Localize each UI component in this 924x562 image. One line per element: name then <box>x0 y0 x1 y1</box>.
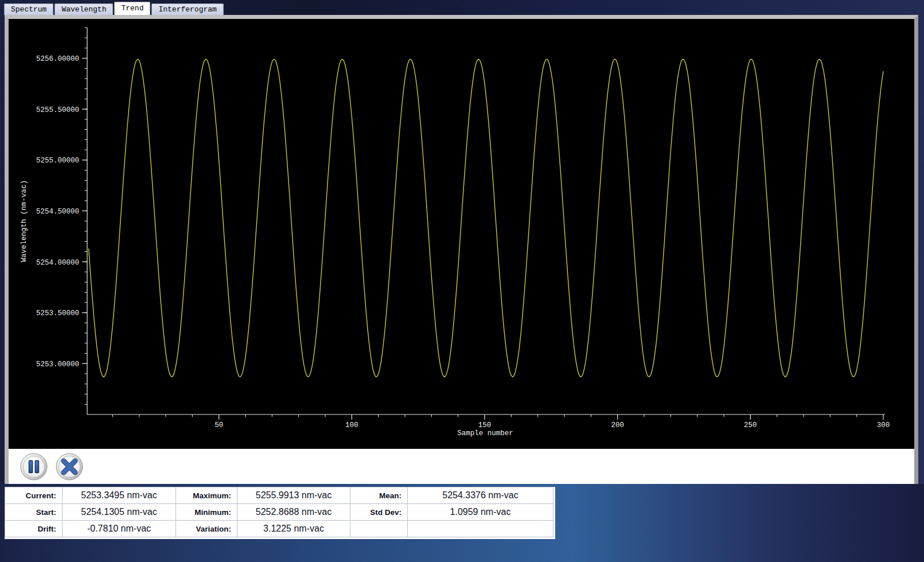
stat-label: Drift: <box>5 521 63 537</box>
svg-text:5256.00000: 5256.00000 <box>36 55 79 63</box>
stat-value: 5255.9913 nm-vac <box>237 487 350 504</box>
stat-value <box>408 521 553 537</box>
stat-label: Std Dev: <box>350 504 408 521</box>
svg-text:250: 250 <box>744 421 757 429</box>
svg-text:5253.50000: 5253.50000 <box>36 309 79 317</box>
close-button[interactable] <box>56 453 83 480</box>
stat-value: 1.0959 nm-vac <box>408 504 553 521</box>
stat-label: Current: <box>5 487 63 504</box>
svg-text:5255.00000: 5255.00000 <box>36 157 79 165</box>
svg-text:5254.50000: 5254.50000 <box>36 208 79 216</box>
stat-value: -0.7810 nm-vac <box>63 521 176 537</box>
tab-trend[interactable]: Trend <box>114 2 150 15</box>
wavelength-meter-app: { "tabs": [ { "label": "Spectrum", "acti… <box>0 0 924 562</box>
table-row: Start: 5254.1305 nm-vac Minimum: 5252.86… <box>5 504 553 521</box>
statistics-table: Current: 5253.3495 nm-vac Maximum: 5255.… <box>5 487 555 539</box>
stat-value: 5254.1305 nm-vac <box>63 504 176 521</box>
trend-chart: 5253.000005253.500005254.000005254.50000… <box>9 19 914 448</box>
svg-text:300: 300 <box>877 421 890 429</box>
svg-text:5254.00000: 5254.00000 <box>36 259 79 267</box>
stat-value: 5254.3376 nm-vac <box>408 487 553 504</box>
stat-value: 3.1225 nm-vac <box>237 521 350 537</box>
stat-label: Maximum: <box>176 487 237 504</box>
svg-text:5255.50000: 5255.50000 <box>36 106 79 114</box>
trend-chart-svg: 5253.000005253.500005254.000005254.50000… <box>9 19 914 448</box>
svg-text:150: 150 <box>478 421 492 429</box>
stat-label: Minimum: <box>176 504 237 521</box>
svg-text:Sample number: Sample number <box>457 429 513 437</box>
stat-label: Mean: <box>350 487 408 504</box>
tab-interferogram[interactable]: Interferogram <box>151 3 223 15</box>
table-row: Drift: -0.7810 nm-vac Variation: 3.1225 … <box>5 521 553 537</box>
svg-text:5253.00000: 5253.00000 <box>36 361 79 369</box>
tab-wavelength[interactable]: Wavelength <box>54 3 113 15</box>
svg-text:Wavelength (nm-vac): Wavelength (nm-vac) <box>20 180 28 262</box>
stat-label: Start: <box>5 504 63 521</box>
svg-text:50: 50 <box>215 421 223 429</box>
svg-text:200: 200 <box>611 421 624 429</box>
trend-plot-panel: 5253.000005253.500005254.000005254.50000… <box>5 15 918 484</box>
tab-spectrum[interactable]: Spectrum <box>4 3 53 15</box>
stat-value: 5252.8688 nm-vac <box>237 504 350 521</box>
view-tabs: Spectrum Wavelength Trend Interferogram <box>4 2 224 15</box>
pause-button[interactable] <box>20 453 48 480</box>
statistics-region: Current: 5253.3495 nm-vac Maximum: 5255.… <box>0 484 924 562</box>
stat-label <box>350 521 408 537</box>
stat-label: Variation: <box>176 521 237 537</box>
svg-text:100: 100 <box>345 421 358 429</box>
stat-value: 5253.3495 nm-vac <box>63 487 176 504</box>
plot-toolbar <box>9 448 914 484</box>
table-row: Current: 5253.3495 nm-vac Maximum: 5255.… <box>5 487 553 504</box>
